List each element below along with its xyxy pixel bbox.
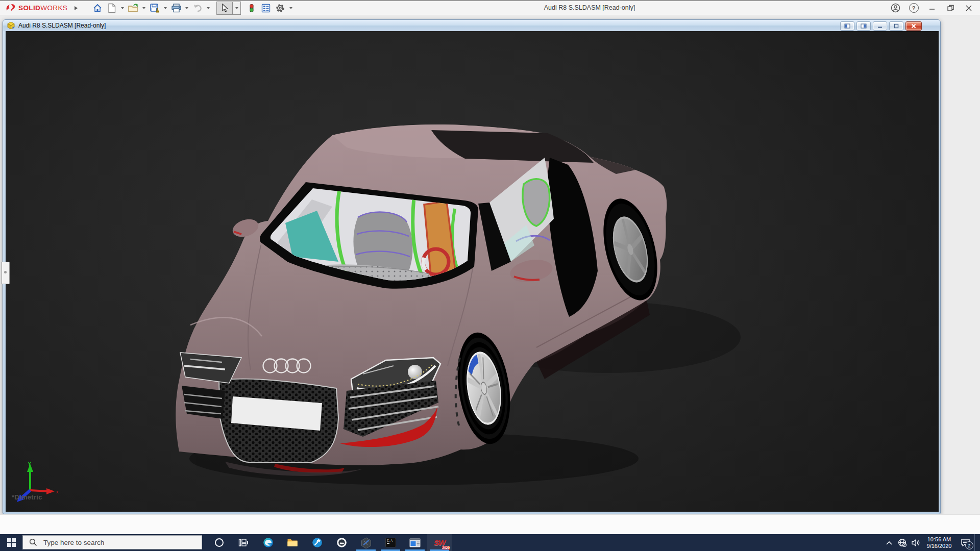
command-prompt-button[interactable]: C:\ bbox=[378, 534, 403, 551]
document-restore-button[interactable] bbox=[889, 21, 903, 31]
main-window: SOLIDWORKS bbox=[0, 0, 980, 551]
traffic-light-icon bbox=[248, 3, 255, 13]
account-button[interactable] bbox=[887, 2, 903, 14]
home-icon bbox=[92, 3, 103, 13]
cmd-glyph: C:\ bbox=[387, 539, 393, 543]
solidworks-taskbar-button[interactable]: SW 2020 bbox=[427, 534, 452, 551]
hexagon-app-icon bbox=[361, 537, 372, 548]
settings-button[interactable] bbox=[274, 2, 287, 14]
window-title: Audi R8 S.SLDASM [Read-only] bbox=[526, 1, 653, 15]
minimize-icon bbox=[928, 5, 936, 12]
save-dropdown[interactable] bbox=[162, 2, 168, 14]
document-window: Audi R8 S.SLDASM [Read-only] bbox=[3, 19, 941, 514]
restore-button[interactable] bbox=[942, 2, 959, 14]
edge-button[interactable] bbox=[256, 534, 280, 551]
display-options-icon bbox=[261, 3, 271, 13]
taskbar-app-icons: C:\ SW 2020 bbox=[207, 534, 452, 551]
start-button[interactable] bbox=[0, 534, 22, 551]
taskbar: C:\ SW 2020 bbox=[0, 534, 980, 551]
cortana-button[interactable] bbox=[207, 534, 231, 551]
file-explorer-button[interactable] bbox=[280, 534, 305, 551]
select-cursor-icon bbox=[220, 4, 229, 13]
home-button[interactable] bbox=[91, 2, 104, 14]
undo-dropdown[interactable] bbox=[205, 2, 211, 14]
new-document-button[interactable] bbox=[105, 2, 118, 14]
quick-access-toolbar bbox=[91, 2, 294, 15]
search-input[interactable] bbox=[42, 538, 187, 547]
action-center-button[interactable]: 2 bbox=[956, 534, 974, 551]
close-icon bbox=[965, 5, 972, 12]
document-titlebar[interactable]: Audi R8 S.SLDASM [Read-only] bbox=[3, 20, 940, 31]
user-account-icon bbox=[891, 3, 900, 13]
system-tray: 10:56 AM 9/16/2020 2 bbox=[883, 534, 980, 551]
show-desktop-button[interactable] bbox=[974, 534, 980, 551]
speaker-icon bbox=[911, 539, 920, 547]
search-icon bbox=[29, 538, 37, 546]
car-model-render bbox=[6, 31, 939, 512]
open-button[interactable] bbox=[127, 2, 140, 14]
traffic-light-button[interactable] bbox=[245, 2, 258, 14]
brand-light: WORKS bbox=[40, 4, 67, 12]
settings-gear-icon bbox=[275, 3, 285, 13]
notification-badge: 2 bbox=[965, 541, 973, 549]
document-title: Audi R8 S.SLDASM [Read-only] bbox=[18, 22, 106, 29]
network-globe-icon bbox=[898, 538, 907, 547]
axis-y-label: Y bbox=[28, 461, 32, 467]
undo-icon bbox=[192, 3, 203, 13]
document-minimize-icon bbox=[877, 23, 883, 29]
brand-bold: SOLID bbox=[18, 4, 40, 12]
menu-flyout-arrow[interactable] bbox=[75, 6, 78, 10]
taskbar-search[interactable] bbox=[22, 535, 202, 549]
task-view-button[interactable] bbox=[231, 534, 256, 551]
wrench-circle-icon bbox=[312, 537, 323, 548]
print-button[interactable] bbox=[169, 2, 183, 14]
photos-button[interactable] bbox=[329, 534, 354, 551]
print-icon bbox=[171, 3, 182, 13]
edge-icon bbox=[263, 537, 274, 548]
titlebar-controls: ? bbox=[887, 1, 977, 15]
photos-icon bbox=[336, 537, 347, 548]
volume-button[interactable] bbox=[909, 534, 922, 551]
axis-x-label: x bbox=[56, 489, 59, 494]
pane-left-toggle-button[interactable] bbox=[840, 21, 854, 31]
minimize-button[interactable] bbox=[924, 2, 940, 14]
clock-time: 10:56 AM bbox=[923, 536, 955, 543]
open-folder-icon bbox=[128, 3, 139, 13]
document-restore-icon bbox=[893, 23, 899, 29]
save-button[interactable] bbox=[148, 2, 161, 14]
select-tool-button[interactable] bbox=[216, 2, 233, 15]
display-options-button[interactable] bbox=[259, 2, 273, 14]
front-grille bbox=[219, 379, 338, 462]
file-explorer-icon bbox=[287, 538, 298, 547]
open-dropdown[interactable] bbox=[141, 2, 147, 14]
print-dropdown[interactable] bbox=[184, 2, 190, 14]
chevron-up-icon bbox=[886, 540, 893, 545]
graphics-viewport[interactable]: Y x *Dimetric bbox=[6, 31, 939, 512]
feature-manager-collapsed-tab[interactable] bbox=[2, 262, 10, 284]
window-app-button[interactable] bbox=[403, 534, 427, 551]
document-minimize-button[interactable] bbox=[873, 21, 887, 31]
status-bar bbox=[0, 514, 980, 535]
close-button[interactable] bbox=[961, 2, 977, 14]
support-assistant-button[interactable] bbox=[305, 534, 329, 551]
pane-left-icon bbox=[844, 23, 850, 29]
select-tool-group bbox=[216, 2, 241, 15]
undo-button[interactable] bbox=[191, 2, 204, 14]
taskbar-clock[interactable]: 10:56 AM 9/16/2020 bbox=[923, 536, 955, 549]
help-button[interactable]: ? bbox=[905, 2, 922, 14]
select-tool-dropdown[interactable] bbox=[233, 2, 241, 15]
document-window-controls bbox=[840, 21, 922, 31]
pane-right-icon bbox=[861, 23, 867, 29]
cortana-icon bbox=[214, 538, 224, 547]
clock-date: 9/16/2020 bbox=[923, 543, 955, 549]
hexagon-app-button[interactable] bbox=[354, 534, 378, 551]
assembly-icon bbox=[7, 21, 15, 30]
hidden-icons-button[interactable] bbox=[883, 534, 896, 551]
document-close-icon bbox=[911, 23, 917, 29]
document-close-button[interactable] bbox=[905, 21, 922, 31]
new-document-dropdown[interactable] bbox=[119, 2, 126, 14]
network-button[interactable] bbox=[896, 534, 909, 551]
pane-right-toggle-button[interactable] bbox=[856, 21, 871, 31]
settings-dropdown[interactable] bbox=[288, 2, 294, 14]
windows-logo-icon bbox=[7, 538, 16, 547]
